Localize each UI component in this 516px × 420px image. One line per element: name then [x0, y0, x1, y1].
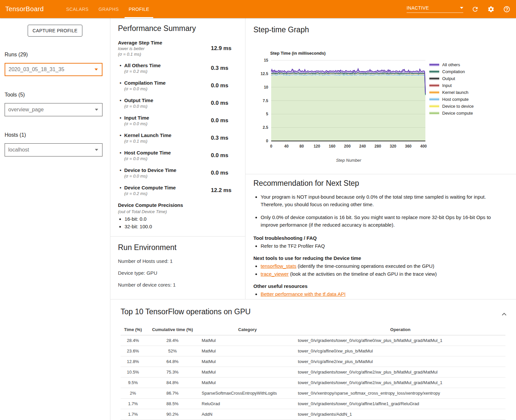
cumulative-cell: 90.2%: [145, 409, 200, 420]
perf-item-sigma: (σ = 0.0 ms): [124, 173, 176, 179]
perf-item-label: All Others Time: [124, 62, 161, 69]
tab-scalars[interactable]: SCALARS: [62, 0, 93, 18]
perf-summary-item: • Device to Device Time (σ = 0.0 ms) 0.0…: [118, 167, 239, 179]
svg-text:7.5: 7.5: [263, 98, 268, 103]
category-cell: MatMul: [200, 346, 295, 356]
perf-item-sigma: (σ = 0.1 ms): [124, 138, 171, 144]
perf-item-label: Kernel Launch Time: [124, 132, 171, 138]
svg-text:2.5: 2.5: [263, 125, 268, 130]
perf-item-sigma: (σ = 0.2 ms): [124, 69, 161, 74]
link[interactable]: tensorflow_stats: [261, 263, 296, 269]
svg-text:0: 0: [266, 139, 268, 143]
legend-swatch: [429, 63, 439, 66]
perf-item-label: Device to Device Time: [124, 167, 176, 173]
left-column: Performance Summary Average Step Time lo…: [110, 18, 245, 299]
tools-label: Tools (5): [5, 92, 102, 98]
legend-swatch: [429, 91, 439, 94]
tools-group: Tools (5) overview_page: [5, 92, 102, 116]
top-ops-card: Top 10 TensorFlow operations on GPU Time…: [110, 299, 516, 420]
tab-profile[interactable]: PROFILE: [125, 0, 153, 18]
step-time-chart: 02.557.51012.515040801201602002402803203…: [255, 57, 433, 156]
category-cell: AddN: [200, 409, 295, 420]
legend-label: All others: [442, 62, 460, 67]
time-cell: 23.6%: [121, 346, 145, 356]
operation-cell: tower_0/v/cg/affine2/xw_plus_b/MatMul: [295, 356, 505, 367]
settings-gear-icon[interactable]: [487, 5, 495, 13]
legend-swatch: [429, 70, 439, 73]
legend-swatch: [429, 98, 439, 101]
cumulative-cell: 75.3%: [145, 367, 200, 378]
chart-legend: All others Compilation Output Input Kern…: [429, 63, 473, 118]
status-dropdown[interactable]: INACTIVE: [407, 5, 463, 13]
help-icon[interactable]: [503, 5, 511, 13]
svg-text:280: 280: [375, 144, 381, 149]
precisions-subtitle: (out of Total Device Time): [118, 209, 239, 214]
list-item: Better performance with the tf.data API: [261, 291, 503, 297]
svg-text:10: 10: [264, 85, 269, 90]
svg-text:400: 400: [420, 144, 427, 149]
table-row: 1.7% 90.2% AddN tower_0/v/gradients/AddN…: [121, 409, 505, 420]
category-cell: MatMul: [200, 335, 295, 346]
average-step-time-value: 12.9 ms: [211, 45, 231, 52]
tools-select[interactable]: overview_page: [5, 103, 102, 116]
perf-summary-item: • Kernel Launch Time (σ = 0.1 ms) 0.3 ms: [118, 132, 239, 144]
svg-text:15: 15: [264, 58, 269, 63]
cumulative-cell: 86.7%: [145, 388, 200, 399]
list-item: 32-bit: 100.0: [125, 224, 239, 229]
perf-item-value: 0.0 ms: [211, 152, 228, 159]
hosts-select[interactable]: localhost: [5, 143, 102, 156]
recommendation-title: Recommendation for Next Step: [253, 179, 503, 188]
run-environment-title: Run Environment: [118, 243, 239, 252]
runs-select[interactable]: 2020_03_05_18_31_35: [5, 63, 102, 76]
time-cell: 9.5%: [121, 378, 145, 388]
faq-list: Refer to the TF2 Profiler FAQ: [253, 243, 503, 249]
legend-item: Host compute: [429, 97, 473, 101]
operation-cell: tower_0/v/gradients/tower_0/v/cg/affine0…: [295, 335, 505, 346]
legend-swatch: [429, 77, 439, 80]
resources-list: Better performance with the tf.data API: [253, 291, 503, 297]
cumulative-cell: 84.8%: [145, 378, 200, 388]
link[interactable]: trace_viewer: [261, 271, 289, 277]
faq-title: Tool troubleshooting / FAQ: [253, 235, 503, 241]
perf-item-label: Compilation Time: [124, 80, 166, 86]
app-body: CAPTURE PROFILE Runs (29) 2020_03_05_18_…: [0, 18, 516, 420]
perf-summary-item: • Compilation Time (σ = 0.0 ms) 0.0 ms: [118, 80, 239, 92]
perf-summary-item: • Device Compute Time (σ = 0.2 ms) 12.2 …: [118, 184, 239, 196]
col-category: Category: [200, 324, 295, 335]
capture-profile-button[interactable]: CAPTURE PROFILE: [28, 25, 82, 37]
legend-label: Kernel launch: [442, 90, 469, 95]
cumulative-cell: 64.8%: [145, 356, 200, 367]
link[interactable]: Better performance with the tf.data API: [261, 291, 346, 297]
legend-item: Kernel launch: [429, 90, 473, 95]
main-nav: SCALARS GRAPHS PROFILE: [62, 0, 155, 18]
hosts-group: Hosts (1) localhost: [5, 132, 102, 156]
table-row: 9.5% 84.8% MatMul tower_0/v/gradients/to…: [121, 378, 505, 388]
collapse-chevron-up-icon[interactable]: [502, 311, 507, 317]
svg-text:0: 0: [270, 144, 272, 149]
legend-item: Device compute: [429, 111, 473, 115]
tab-graphs[interactable]: GRAPHS: [95, 0, 123, 18]
right-column: Step-time Graph Step Time (in millisecon…: [245, 18, 516, 299]
time-cell: 1.7%: [121, 409, 145, 420]
step-time-graph-card: Step-time Graph Step Time (in millisecon…: [245, 18, 516, 174]
cumulative-cell: 28.4%: [145, 335, 200, 346]
next-tools-list: tensorflow_stats (identify the time-cons…: [253, 263, 503, 277]
list-item: trace_viewer (look at the activities on …: [261, 271, 503, 277]
device-compute-precisions: Device Compute Precisions (out of Total …: [118, 202, 239, 229]
svg-text:360: 360: [405, 144, 412, 149]
refresh-icon[interactable]: [471, 5, 479, 13]
time-cell: 28.4%: [121, 335, 145, 346]
perf-item-value: 0.0 ms: [211, 100, 228, 106]
chevron-down-icon: [460, 7, 463, 9]
run-environment-card: Run Environment Number of Hosts used: 1D…: [110, 237, 245, 299]
app-header: TensorBoard SCALARS GRAPHS PROFILE INACT…: [0, 0, 516, 18]
table-row: 12.8% 64.8% MatMul tower_0/v/cg/affine2/…: [121, 356, 505, 367]
runs-group: Runs (29) 2020_03_05_18_31_35: [5, 52, 102, 76]
performance-summary-card: Performance Summary Average Step Time lo…: [110, 18, 245, 237]
legend-label: Output: [442, 76, 455, 81]
legend-label: Compilation: [442, 69, 465, 74]
table-row: 28.4% 28.4% MatMul tower_0/v/gradients/t…: [121, 335, 505, 346]
main-content: Performance Summary Average Step Time lo…: [110, 18, 516, 420]
run-environment-lines: Number of Hosts used: 1Device type: GPUN…: [118, 258, 239, 288]
table-row: 2% 86.7% SparseSoftmaxCrossEntropyWithLo…: [121, 388, 505, 399]
